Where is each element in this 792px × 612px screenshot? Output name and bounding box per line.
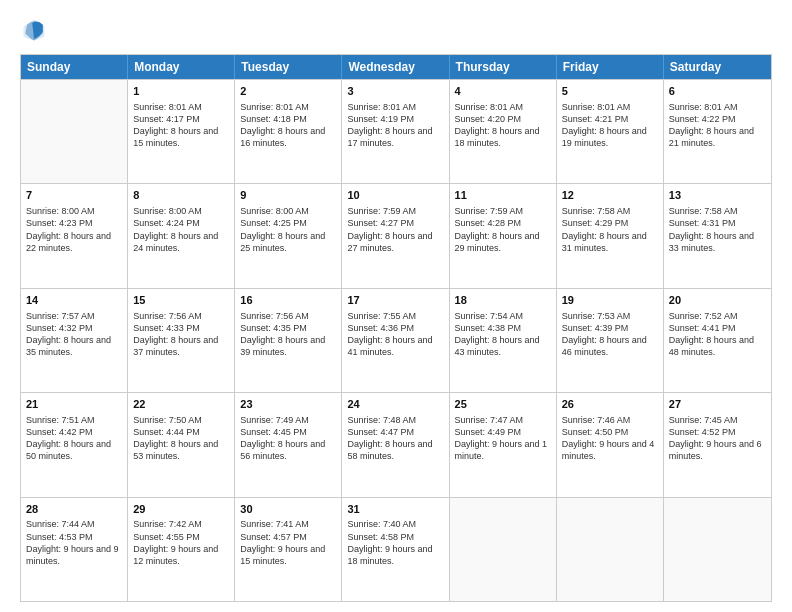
day-number: 25: [455, 397, 551, 412]
header-day-saturday: Saturday: [664, 55, 771, 79]
day-info: Sunrise: 7:46 AMSunset: 4:50 PMDaylight:…: [562, 414, 658, 463]
header-day-friday: Friday: [557, 55, 664, 79]
day-info: Sunrise: 7:53 AMSunset: 4:39 PMDaylight:…: [562, 310, 658, 359]
day-info: Sunrise: 8:00 AMSunset: 4:24 PMDaylight:…: [133, 205, 229, 254]
cal-row-4: 28Sunrise: 7:44 AMSunset: 4:53 PMDayligh…: [21, 497, 771, 601]
day-info: Sunrise: 8:01 AMSunset: 4:19 PMDaylight:…: [347, 101, 443, 150]
day-number: 21: [26, 397, 122, 412]
day-number: 2: [240, 84, 336, 99]
day-info: Sunrise: 8:01 AMSunset: 4:17 PMDaylight:…: [133, 101, 229, 150]
cal-cell: 21Sunrise: 7:51 AMSunset: 4:42 PMDayligh…: [21, 393, 128, 496]
day-number: 31: [347, 502, 443, 517]
cal-cell: 13Sunrise: 7:58 AMSunset: 4:31 PMDayligh…: [664, 184, 771, 287]
day-info: Sunrise: 8:01 AMSunset: 4:20 PMDaylight:…: [455, 101, 551, 150]
day-number: 5: [562, 84, 658, 99]
cal-cell: 23Sunrise: 7:49 AMSunset: 4:45 PMDayligh…: [235, 393, 342, 496]
cal-cell: [557, 498, 664, 601]
day-info: Sunrise: 7:56 AMSunset: 4:33 PMDaylight:…: [133, 310, 229, 359]
cal-cell: 6Sunrise: 8:01 AMSunset: 4:22 PMDaylight…: [664, 80, 771, 183]
day-number: 18: [455, 293, 551, 308]
day-info: Sunrise: 7:57 AMSunset: 4:32 PMDaylight:…: [26, 310, 122, 359]
day-info: Sunrise: 7:52 AMSunset: 4:41 PMDaylight:…: [669, 310, 766, 359]
day-number: 7: [26, 188, 122, 203]
day-info: Sunrise: 7:48 AMSunset: 4:47 PMDaylight:…: [347, 414, 443, 463]
cal-cell: 30Sunrise: 7:41 AMSunset: 4:57 PMDayligh…: [235, 498, 342, 601]
day-info: Sunrise: 7:41 AMSunset: 4:57 PMDaylight:…: [240, 518, 336, 567]
day-info: Sunrise: 7:45 AMSunset: 4:52 PMDaylight:…: [669, 414, 766, 463]
cal-row-3: 21Sunrise: 7:51 AMSunset: 4:42 PMDayligh…: [21, 392, 771, 496]
cal-cell: 9Sunrise: 8:00 AMSunset: 4:25 PMDaylight…: [235, 184, 342, 287]
day-info: Sunrise: 7:56 AMSunset: 4:35 PMDaylight:…: [240, 310, 336, 359]
cal-cell: [664, 498, 771, 601]
day-number: 8: [133, 188, 229, 203]
day-info: Sunrise: 7:54 AMSunset: 4:38 PMDaylight:…: [455, 310, 551, 359]
cal-cell: 26Sunrise: 7:46 AMSunset: 4:50 PMDayligh…: [557, 393, 664, 496]
day-number: 6: [669, 84, 766, 99]
day-number: 17: [347, 293, 443, 308]
cal-cell: 18Sunrise: 7:54 AMSunset: 4:38 PMDayligh…: [450, 289, 557, 392]
cal-cell: 25Sunrise: 7:47 AMSunset: 4:49 PMDayligh…: [450, 393, 557, 496]
cal-cell: 12Sunrise: 7:58 AMSunset: 4:29 PMDayligh…: [557, 184, 664, 287]
cal-cell: 8Sunrise: 8:00 AMSunset: 4:24 PMDaylight…: [128, 184, 235, 287]
day-number: 9: [240, 188, 336, 203]
day-number: 28: [26, 502, 122, 517]
day-info: Sunrise: 7:51 AMSunset: 4:42 PMDaylight:…: [26, 414, 122, 463]
cal-cell: 22Sunrise: 7:50 AMSunset: 4:44 PMDayligh…: [128, 393, 235, 496]
day-number: 4: [455, 84, 551, 99]
calendar: SundayMondayTuesdayWednesdayThursdayFrid…: [20, 54, 772, 602]
cal-cell: 15Sunrise: 7:56 AMSunset: 4:33 PMDayligh…: [128, 289, 235, 392]
day-info: Sunrise: 7:47 AMSunset: 4:49 PMDaylight:…: [455, 414, 551, 463]
day-number: 23: [240, 397, 336, 412]
day-number: 16: [240, 293, 336, 308]
cal-row-2: 14Sunrise: 7:57 AMSunset: 4:32 PMDayligh…: [21, 288, 771, 392]
cal-cell: 27Sunrise: 7:45 AMSunset: 4:52 PMDayligh…: [664, 393, 771, 496]
calendar-header: SundayMondayTuesdayWednesdayThursdayFrid…: [21, 55, 771, 79]
day-info: Sunrise: 8:01 AMSunset: 4:22 PMDaylight:…: [669, 101, 766, 150]
day-info: Sunrise: 7:59 AMSunset: 4:27 PMDaylight:…: [347, 205, 443, 254]
cal-cell: 19Sunrise: 7:53 AMSunset: 4:39 PMDayligh…: [557, 289, 664, 392]
header-day-thursday: Thursday: [450, 55, 557, 79]
header-day-sunday: Sunday: [21, 55, 128, 79]
day-info: Sunrise: 7:50 AMSunset: 4:44 PMDaylight:…: [133, 414, 229, 463]
day-info: Sunrise: 7:49 AMSunset: 4:45 PMDaylight:…: [240, 414, 336, 463]
cal-cell: 4Sunrise: 8:01 AMSunset: 4:20 PMDaylight…: [450, 80, 557, 183]
page: SundayMondayTuesdayWednesdayThursdayFrid…: [0, 0, 792, 612]
day-info: Sunrise: 8:00 AMSunset: 4:25 PMDaylight:…: [240, 205, 336, 254]
day-number: 22: [133, 397, 229, 412]
cal-cell: 3Sunrise: 8:01 AMSunset: 4:19 PMDaylight…: [342, 80, 449, 183]
header: [20, 16, 772, 44]
day-number: 3: [347, 84, 443, 99]
day-info: Sunrise: 7:58 AMSunset: 4:31 PMDaylight:…: [669, 205, 766, 254]
day-number: 26: [562, 397, 658, 412]
day-number: 12: [562, 188, 658, 203]
day-info: Sunrise: 7:55 AMSunset: 4:36 PMDaylight:…: [347, 310, 443, 359]
day-number: 19: [562, 293, 658, 308]
cal-cell: 20Sunrise: 7:52 AMSunset: 4:41 PMDayligh…: [664, 289, 771, 392]
calendar-body: 1Sunrise: 8:01 AMSunset: 4:17 PMDaylight…: [21, 79, 771, 601]
day-number: 27: [669, 397, 766, 412]
day-number: 11: [455, 188, 551, 203]
day-number: 20: [669, 293, 766, 308]
cal-cell: 17Sunrise: 7:55 AMSunset: 4:36 PMDayligh…: [342, 289, 449, 392]
cal-cell: 14Sunrise: 7:57 AMSunset: 4:32 PMDayligh…: [21, 289, 128, 392]
header-day-wednesday: Wednesday: [342, 55, 449, 79]
day-number: 29: [133, 502, 229, 517]
cal-cell: 24Sunrise: 7:48 AMSunset: 4:47 PMDayligh…: [342, 393, 449, 496]
day-number: 15: [133, 293, 229, 308]
day-number: 14: [26, 293, 122, 308]
header-day-monday: Monday: [128, 55, 235, 79]
cal-cell: 7Sunrise: 8:00 AMSunset: 4:23 PMDaylight…: [21, 184, 128, 287]
cal-cell: 16Sunrise: 7:56 AMSunset: 4:35 PMDayligh…: [235, 289, 342, 392]
cal-cell: [450, 498, 557, 601]
cal-cell: 1Sunrise: 8:01 AMSunset: 4:17 PMDaylight…: [128, 80, 235, 183]
day-info: Sunrise: 7:40 AMSunset: 4:58 PMDaylight:…: [347, 518, 443, 567]
cal-cell: 5Sunrise: 8:01 AMSunset: 4:21 PMDaylight…: [557, 80, 664, 183]
day-info: Sunrise: 7:42 AMSunset: 4:55 PMDaylight:…: [133, 518, 229, 567]
day-number: 13: [669, 188, 766, 203]
day-number: 1: [133, 84, 229, 99]
cal-cell: 2Sunrise: 8:01 AMSunset: 4:18 PMDaylight…: [235, 80, 342, 183]
cal-cell: 10Sunrise: 7:59 AMSunset: 4:27 PMDayligh…: [342, 184, 449, 287]
cal-cell: 11Sunrise: 7:59 AMSunset: 4:28 PMDayligh…: [450, 184, 557, 287]
day-info: Sunrise: 8:01 AMSunset: 4:18 PMDaylight:…: [240, 101, 336, 150]
day-number: 24: [347, 397, 443, 412]
